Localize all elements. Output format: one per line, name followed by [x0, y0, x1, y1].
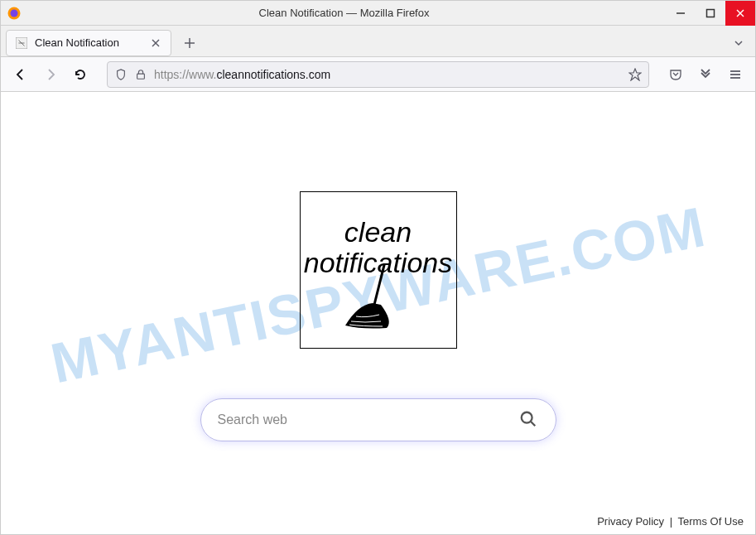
svg-point-19: [521, 412, 532, 423]
shield-icon[interactable]: [114, 68, 128, 81]
privacy-link[interactable]: Privacy Policy: [597, 515, 664, 528]
search-icon[interactable]: [519, 410, 539, 430]
close-button[interactable]: [725, 1, 755, 26]
tab-close-icon[interactable]: [149, 36, 162, 50]
url-scheme: https://www.: [154, 68, 216, 81]
svg-line-20: [530, 422, 535, 427]
overflow-button[interactable]: [692, 61, 719, 88]
tab-favicon: [15, 36, 28, 50]
tab-title: Clean Notification: [35, 36, 142, 49]
window-title: Clean Notification — Mozilla Firefox: [22, 7, 666, 19]
minimize-button[interactable]: [666, 1, 696, 26]
svg-rect-13: [137, 74, 145, 79]
svg-line-18: [374, 263, 391, 305]
lock-icon[interactable]: [134, 68, 147, 81]
search-input[interactable]: [218, 412, 519, 427]
tab-bar: Clean Notification: [1, 26, 755, 57]
footer-links: Privacy Policy | Terms Of Use: [597, 515, 744, 528]
back-button[interactable]: [7, 61, 34, 88]
svg-point-1: [11, 9, 18, 17]
url-bar[interactable]: https://www.cleannotifications.com: [107, 61, 649, 88]
svg-marker-14: [629, 69, 641, 80]
bookmark-star-icon[interactable]: [628, 68, 642, 81]
footer-separator: |: [670, 515, 672, 528]
reload-button[interactable]: [67, 61, 94, 88]
window-titlebar: Clean Notification — Mozilla Firefox: [1, 1, 755, 26]
menu-button[interactable]: [722, 61, 749, 88]
logo-line1: clean: [344, 216, 412, 248]
navigation-toolbar: https://www.cleannotifications.com: [1, 57, 755, 92]
pocket-button[interactable]: [662, 61, 689, 88]
tabs-dropdown-button[interactable]: [727, 31, 750, 55]
search-bar[interactable]: [200, 398, 556, 441]
url-text: https://www.cleannotifications.com: [154, 68, 622, 81]
browser-tab[interactable]: Clean Notification: [6, 30, 171, 56]
page-content: MYANTISPYWARE.COM clean notifications: [1, 92, 755, 535]
maximize-button[interactable]: [696, 1, 725, 26]
new-tab-button[interactable]: [178, 31, 201, 55]
broom-icon: [333, 263, 424, 341]
forward-button[interactable]: [37, 61, 64, 88]
svg-rect-3: [707, 9, 715, 17]
url-host: cleannotifications.com: [216, 68, 330, 81]
site-logo: clean notifications: [300, 191, 457, 349]
terms-link[interactable]: Terms Of Use: [678, 515, 744, 528]
firefox-icon: [6, 5, 22, 22]
